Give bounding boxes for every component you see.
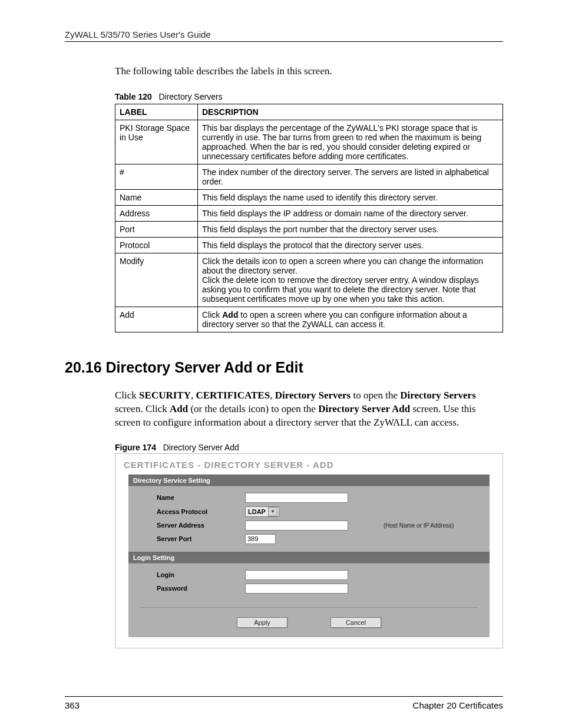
cell-desc: This bar displays the percentage of the … xyxy=(198,120,503,164)
form-divider xyxy=(140,607,478,608)
screenshot-panel: CERTIFICATES - DIRECTORY SERVER - ADD Di… xyxy=(115,453,503,648)
cell-label: Address xyxy=(115,206,198,222)
directory-servers-table: LABEL DESCRIPTION PKI Storage Space in U… xyxy=(115,104,503,332)
label-server-port: Server Port xyxy=(157,535,245,542)
cell-label: # xyxy=(115,164,198,190)
server-address-input[interactable] xyxy=(245,521,348,531)
cell-desc: This field displays the port number that… xyxy=(198,222,503,238)
section-bar-directory-service: Directory Service Setting xyxy=(128,475,490,486)
server-port-input[interactable] xyxy=(245,534,276,544)
name-input[interactable] xyxy=(245,493,348,503)
intro-text: The following table describes the labels… xyxy=(115,65,503,77)
cell-desc: This field displays the name used to ide… xyxy=(198,190,503,206)
section-heading: 20.16 Directory Server Add or Edit xyxy=(65,359,503,376)
figure-caption: Figure 174 Directory Server Add xyxy=(115,443,503,452)
page-number: 363 xyxy=(65,700,80,710)
cancel-button[interactable]: Cancel xyxy=(330,617,381,628)
cell-label: Protocol xyxy=(115,238,198,253)
cell-label: PKI Storage Space in Use xyxy=(115,120,198,164)
apply-button[interactable]: Apply xyxy=(237,617,287,628)
form-area-login: Login Password xyxy=(128,564,490,601)
label-name: Name xyxy=(157,494,245,501)
cell-label: Name xyxy=(115,190,198,206)
th-description: DESCRIPTION xyxy=(198,104,503,120)
cell-label: Add xyxy=(115,307,198,332)
section-bar-login-setting: Login Setting xyxy=(128,552,490,564)
cell-desc: This field displays the protocol that th… xyxy=(198,238,503,253)
label-password: Password xyxy=(157,585,245,592)
table-row: Name This field displays the name used t… xyxy=(115,190,503,206)
table-number: Table 120 xyxy=(115,92,152,101)
figure-number: Figure 174 xyxy=(115,443,156,452)
section-body: Click SECURITY, CERTIFICATES, Directory … xyxy=(115,389,503,430)
label-server-address: Server Address xyxy=(157,522,245,529)
cell-label: Modify xyxy=(115,253,198,307)
cell-desc: The index number of the directory server… xyxy=(198,164,503,190)
access-protocol-value: LDAP xyxy=(248,508,266,515)
table-row: Port This field displays the port number… xyxy=(115,222,503,238)
table-row: Address This field displays the IP addre… xyxy=(115,206,503,222)
table-row: Add Click Add to open a screen where you… xyxy=(115,307,503,332)
chapter-label: Chapter 20 Certificates xyxy=(413,700,503,710)
table-row: Modify Click the details icon to open a … xyxy=(115,253,503,307)
label-login: Login xyxy=(157,571,245,578)
login-input[interactable] xyxy=(245,570,348,580)
th-label: LABEL xyxy=(115,104,198,120)
button-row: Apply Cancel xyxy=(128,614,490,630)
form-area-directory: Name Access Protocol LDAP ▾ Server Addre… xyxy=(128,486,490,552)
page-footer: 363 Chapter 20 Certificates xyxy=(65,696,503,710)
cell-desc: Click the details icon to open a screen … xyxy=(198,253,503,307)
table-row: PKI Storage Space in Use This bar displa… xyxy=(115,120,503,164)
cell-label: Port xyxy=(115,222,198,238)
label-access-protocol: Access Protocol xyxy=(157,508,245,515)
header-rule xyxy=(65,41,503,42)
table-row: # The index number of the directory serv… xyxy=(115,164,503,190)
chevron-down-icon: ▾ xyxy=(268,507,277,516)
table-title: Directory Servers xyxy=(158,92,222,101)
table-row: Protocol This field displays the protoco… xyxy=(115,238,503,253)
screenshot-inner: Directory Service Setting Name Access Pr… xyxy=(128,475,490,637)
table-caption: Table 120 Directory Servers xyxy=(115,92,503,101)
cell-desc: This field displays the IP address or do… xyxy=(198,206,503,222)
server-address-hint: (Host Name or IP Address) xyxy=(384,522,454,529)
password-input[interactable] xyxy=(245,584,348,594)
cell-desc: Click Add to open a screen where you can… xyxy=(198,307,503,332)
figure-title: Directory Server Add xyxy=(163,443,239,452)
screenshot-title: CERTIFICATES - DIRECTORY SERVER - ADD xyxy=(115,454,503,475)
header-guide-title: ZyWALL 5/35/70 Series User's Guide xyxy=(65,29,503,39)
access-protocol-select[interactable]: LDAP ▾ xyxy=(245,506,279,517)
